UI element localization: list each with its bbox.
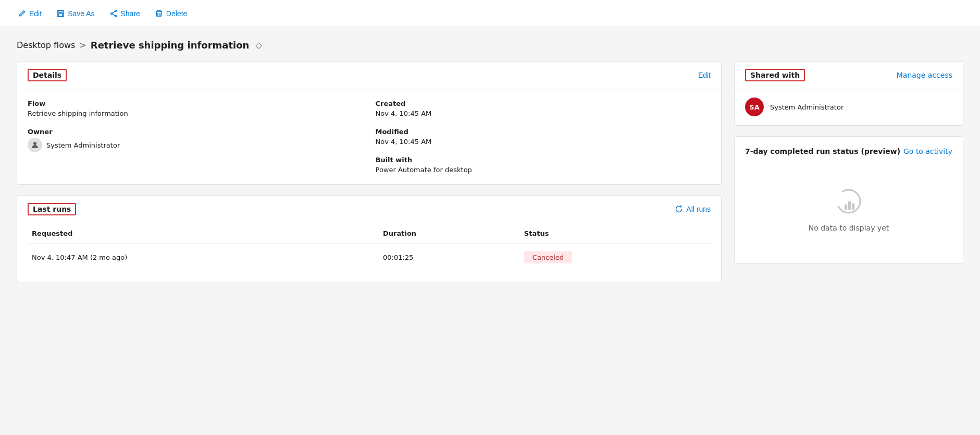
owner-row: System Administrator: [28, 138, 363, 152]
shared-with-card: Shared with Manage access SA System Admi…: [734, 61, 963, 126]
run-status-header: 7-day completed run status (preview) Go …: [745, 147, 952, 155]
shared-user-row: SA System Administrator: [735, 89, 963, 125]
breadcrumb-separator: >: [79, 40, 86, 50]
last-runs-card: Last runs All runs Requested: [17, 195, 722, 282]
svg-point-4: [115, 15, 116, 17]
created-label: Created: [376, 100, 711, 107]
owner-value: System Administrator: [46, 141, 120, 149]
flow-value: Retrieve shipping information: [28, 110, 363, 117]
page-content: Desktop flows > Retrieve shipping inform…: [0, 27, 980, 295]
svg-rect-1: [59, 10, 62, 13]
breadcrumb-parent-link[interactable]: Desktop flows: [17, 40, 75, 50]
share-button[interactable]: Share: [104, 6, 145, 21]
details-grid: Flow Retrieve shipping information Owner: [28, 100, 711, 174]
flow-label: Flow: [28, 100, 363, 107]
svg-rect-12: [852, 203, 854, 210]
last-runs-title: Last runs: [28, 203, 76, 215]
details-left: Flow Retrieve shipping information Owner: [28, 100, 363, 174]
shared-with-title: Shared with: [745, 69, 805, 81]
status-cell: Canceled: [520, 244, 711, 271]
last-runs-card-header: Last runs All runs: [17, 196, 721, 223]
run-status-title: 7-day completed run status (preview): [745, 147, 900, 155]
runs-table-header-row: Requested Duration Status: [28, 223, 711, 244]
svg-point-5: [110, 13, 112, 14]
modified-value: Nov 4, 10:45 AM: [376, 138, 711, 146]
breadcrumb: Desktop flows > Retrieve shipping inform…: [17, 40, 963, 51]
no-data-text: No data to display yet: [809, 224, 889, 232]
owner-label: Owner: [28, 128, 363, 136]
details-edit-button[interactable]: Edit: [698, 71, 711, 79]
all-runs-label: All runs: [686, 205, 711, 213]
shared-with-card-header: Shared with Manage access: [735, 62, 963, 89]
runs-table-container: Requested Duration Status Nov 4, 10:47 A…: [17, 223, 721, 282]
modified-item: Modified Nov 4, 10:45 AM: [376, 128, 711, 146]
built-with-item: Built with Power Automate for desktop: [376, 156, 711, 174]
svg-line-6: [112, 11, 115, 13]
delete-label: Delete: [166, 9, 187, 18]
edit-label: Edit: [29, 9, 42, 18]
requested-column-header: Requested: [28, 223, 379, 244]
run-status-section: 7-day completed run status (preview) Go …: [734, 136, 963, 264]
no-data-chart-icon: [834, 187, 863, 218]
delete-icon: [155, 9, 163, 18]
details-card: Details Edit Flow Retrieve shipping info…: [17, 61, 722, 185]
refresh-icon: [675, 205, 683, 213]
details-card-header: Details Edit: [17, 62, 721, 89]
created-item: Created Nov 4, 10:45 AM: [376, 100, 711, 117]
svg-line-7: [112, 14, 115, 15]
save-as-label: Save As: [68, 9, 94, 18]
details-title: Details: [28, 69, 67, 81]
svg-rect-2: [58, 14, 63, 16]
runs-table-head: Requested Duration Status: [28, 223, 711, 244]
no-data-container: No data to display yet: [745, 166, 952, 253]
svg-point-8: [33, 142, 36, 145]
duration-cell: 00:01:25: [379, 244, 520, 271]
shared-user-name: System Administrator: [770, 103, 843, 111]
edit-button[interactable]: Edit: [13, 6, 47, 21]
diamond-icon: ◇: [255, 40, 262, 50]
status-column-header: Status: [520, 223, 711, 244]
sa-avatar: SA: [745, 98, 764, 116]
main-layout: Details Edit Flow Retrieve shipping info…: [17, 61, 963, 282]
save-as-button[interactable]: Save As: [51, 6, 100, 21]
delete-button[interactable]: Delete: [150, 6, 192, 21]
details-card-body: Flow Retrieve shipping information Owner: [17, 89, 721, 184]
breadcrumb-current: Retrieve shipping information: [91, 40, 250, 51]
duration-column-header: Duration: [379, 223, 520, 244]
left-column: Details Edit Flow Retrieve shipping info…: [17, 61, 722, 282]
edit-icon: [18, 9, 26, 18]
save-as-icon: [56, 9, 65, 18]
details-right: Created Nov 4, 10:45 AM Modified Nov 4, …: [376, 100, 711, 174]
manage-access-link[interactable]: Manage access: [897, 71, 952, 79]
built-with-value: Power Automate for desktop: [376, 166, 711, 174]
share-label: Share: [121, 9, 140, 18]
owner-avatar: [28, 138, 42, 152]
modified-label: Modified: [376, 128, 711, 136]
runs-table: Requested Duration Status Nov 4, 10:47 A…: [28, 223, 711, 271]
table-row: Nov 4, 10:47 AM (2 mo ago) 00:01:25 Canc…: [28, 244, 711, 271]
status-badge: Canceled: [524, 251, 572, 263]
share-icon: [109, 9, 118, 18]
svg-rect-11: [848, 201, 851, 210]
owner-item: Owner System Administrator: [28, 128, 363, 152]
go-to-activity-link[interactable]: Go to activity: [903, 147, 952, 155]
toolbar: Edit Save As Share Delete: [0, 0, 980, 27]
all-runs-button[interactable]: All runs: [675, 205, 711, 213]
built-with-label: Built with: [376, 156, 711, 164]
right-column: Shared with Manage access SA System Admi…: [734, 61, 963, 264]
svg-point-3: [115, 10, 116, 11]
requested-cell: Nov 4, 10:47 AM (2 mo ago): [28, 244, 379, 271]
runs-table-body: Nov 4, 10:47 AM (2 mo ago) 00:01:25 Canc…: [28, 244, 711, 271]
svg-rect-10: [845, 204, 847, 210]
flow-item: Flow Retrieve shipping information: [28, 100, 363, 117]
created-value: Nov 4, 10:45 AM: [376, 110, 711, 117]
